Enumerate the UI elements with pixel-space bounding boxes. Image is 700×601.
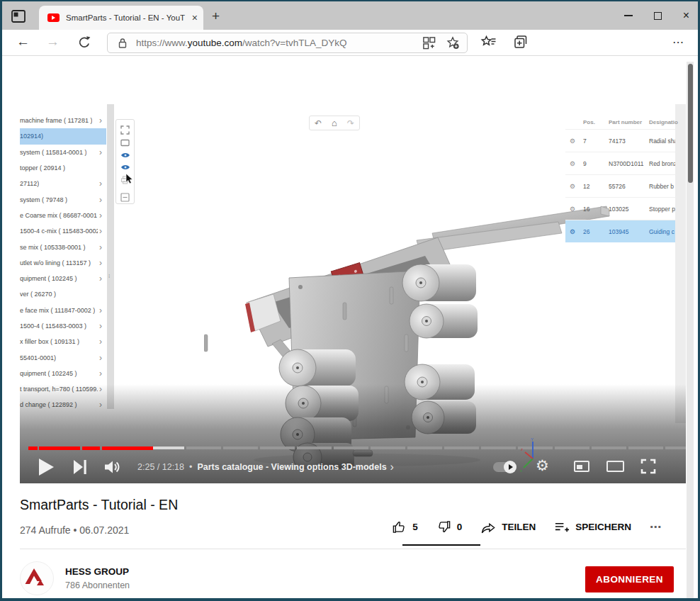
thumb-down-icon: [436, 519, 451, 534]
video-player[interactable]: machine frame ( 117281 ) › 102914) syste…: [20, 104, 686, 483]
chapter-title[interactable]: Parts catalogue - Viewing options 3D-mod…: [197, 462, 386, 472]
progress-segment[interactable]: [260, 446, 295, 449]
tree-item[interactable]: 55401-0001) ›: [20, 349, 106, 365]
tree-item[interactable]: utlet w/o lining ( 113157 ) ›: [20, 255, 106, 271]
chapter-chevron-icon[interactable]: ›: [390, 461, 394, 473]
row-gear-icon[interactable]: ⚙: [565, 160, 583, 167]
table-row[interactable]: ⚙ 26 103945 Guiding c: [565, 220, 675, 242]
volume-icon[interactable]: [105, 460, 122, 474]
tree-item[interactable]: system ( 115814-0001 ) ›: [20, 145, 106, 160]
box-view-icon[interactable]: [116, 137, 134, 150]
row-gear-icon[interactable]: ⚙: [565, 228, 583, 235]
favorites-icon[interactable]: [480, 35, 497, 50]
browser-tab[interactable]: SmartParts - Tutorial - EN - YouT ×: [39, 6, 203, 30]
reload-button[interactable]: [77, 35, 91, 50]
tab-close-icon[interactable]: ×: [192, 12, 198, 23]
address-bar[interactable]: https://www.youtube.com/watch?v=tvhTLA_D…: [107, 33, 468, 53]
share-icon: [480, 520, 496, 534]
collapse-minus-icon[interactable]: [116, 191, 134, 204]
channel-name[interactable]: HESS GROUP: [65, 566, 129, 577]
fullscreen-icon[interactable]: [640, 459, 656, 477]
collections-icon[interactable]: [513, 35, 529, 50]
add-favorite-icon[interactable]: [446, 36, 460, 50]
progress-segment[interactable]: [334, 446, 368, 449]
new-tab-button[interactable]: +: [212, 9, 220, 24]
progress-segment[interactable]: [186, 446, 221, 449]
row-gear-icon[interactable]: ⚙: [565, 206, 583, 213]
progress-segment[interactable]: [407, 446, 442, 449]
tree-item[interactable]: quipment ( 102245 ) ›: [20, 366, 106, 381]
progress-segment[interactable]: [665, 446, 686, 449]
tree-item[interactable]: se mix ( 105338-0001 ) ›: [20, 239, 106, 254]
progress-segment[interactable]: [555, 446, 589, 449]
autoplay-toggle[interactable]: [493, 462, 516, 472]
back-button[interactable]: ←: [16, 34, 30, 50]
tree-item[interactable]: x filler box ( 109131 ) ›: [20, 334, 106, 349]
progress-segment[interactable]: [39, 446, 80, 450]
redo-icon[interactable]: ↷: [347, 118, 354, 128]
channel-avatar[interactable]: [20, 561, 54, 595]
show-eye-icon[interactable]: [116, 149, 134, 162]
page-scrollbar[interactable]: [687, 62, 694, 598]
theater-mode-icon[interactable]: [606, 461, 624, 472]
share-button[interactable]: TEILEN: [480, 520, 536, 534]
forward-button[interactable]: →: [46, 34, 60, 50]
like-button[interactable]: 5: [392, 519, 418, 534]
tree-item[interactable]: d change ( 122892 ) ›: [20, 397, 106, 412]
browser-menu-icon[interactable]: ⋯: [672, 35, 684, 49]
fit-view-icon[interactable]: [116, 124, 134, 137]
tree-item[interactable]: e face mix ( 111847-0002 ) ›: [20, 303, 106, 318]
tree-item[interactable]: e Coarse mix ( 86687-0001 ) ›: [20, 208, 106, 223]
viewer-right-margin: [675, 104, 686, 423]
tree-item[interactable]: 1500-4 ( 115483-0003 ) ›: [20, 318, 106, 334]
play-button[interactable]: [39, 459, 54, 476]
progress-segment[interactable]: [481, 446, 516, 449]
subscribe-button[interactable]: ABONNIEREN: [585, 566, 674, 592]
progress-segment[interactable]: [444, 446, 479, 449]
svg-text:z: z: [521, 447, 523, 451]
table-row[interactable]: ⚙ 7 74173 Radial sha: [565, 129, 675, 152]
dislike-button[interactable]: 0: [436, 519, 463, 534]
more-actions-icon[interactable]: ⋯: [650, 520, 661, 534]
tree-item[interactable]: 27112) ›: [20, 176, 106, 191]
row-gear-icon[interactable]: ⚙: [565, 183, 583, 190]
home-icon[interactable]: ⌂: [332, 118, 337, 128]
progress-segment[interactable]: [82, 446, 100, 450]
table-row[interactable]: ⚙ 12 55726 Rubber b: [565, 174, 675, 197]
chevron-right-icon: ›: [99, 400, 102, 409]
progress-bar[interactable]: [20, 446, 686, 449]
tree-item[interactable]: system ( 79748 ) ›: [20, 191, 106, 207]
page-scrollbar-thumb[interactable]: [688, 64, 693, 183]
table-row[interactable]: ⚙ 16 103025 Stopper p: [565, 197, 675, 220]
hide-eye-icon[interactable]: [116, 162, 134, 174]
window-close-button[interactable]: ×: [683, 10, 689, 21]
tree-item[interactable]: machine frame ( 117281 ) ›: [20, 113, 106, 128]
progress-segment[interactable]: [371, 446, 405, 449]
miniplayer-icon[interactable]: [574, 461, 589, 472]
tree-item[interactable]: t transport, h=780 ( 110599... ›: [20, 381, 106, 397]
progress-segment[interactable]: [28, 446, 38, 450]
progress-segment[interactable]: [223, 446, 258, 449]
progress-segment[interactable]: [592, 446, 626, 449]
tree-item[interactable]: 1500-4 c-mix ( 115483-0002 ) ›: [20, 223, 106, 239]
row-gear-icon[interactable]: ⚙: [565, 137, 583, 145]
minimize-button[interactable]: [624, 15, 633, 16]
next-button[interactable]: [74, 460, 86, 474]
tree-item[interactable]: ver ( 26270 ): [20, 286, 106, 302]
progress-segment[interactable]: [102, 446, 153, 450]
tree-item[interactable]: topper ( 20914 ): [20, 160, 106, 176]
table-row[interactable]: ⚙ 9 N3700D1011 Red bronz: [565, 152, 675, 174]
maximize-button[interactable]: [654, 12, 662, 20]
progress-segment[interactable]: [628, 446, 663, 449]
settings-gear-icon[interactable]: ⚙: [536, 457, 549, 474]
undo-icon[interactable]: ↶: [315, 118, 322, 128]
tree-scrollbar[interactable]: ⁞: [107, 104, 114, 409]
tab-actions-icon[interactable]: [9, 8, 28, 25]
workspaces-icon[interactable]: [422, 36, 436, 50]
save-button[interactable]: SPEICHERN: [554, 521, 631, 534]
viewer-toolbar: [115, 119, 135, 204]
progress-segment[interactable]: [297, 446, 332, 449]
progress-segment[interactable]: [153, 446, 184, 449]
tree-item[interactable]: 102914): [20, 128, 106, 144]
tree-item[interactable]: quipment ( 102245 ) ›: [20, 271, 106, 286]
